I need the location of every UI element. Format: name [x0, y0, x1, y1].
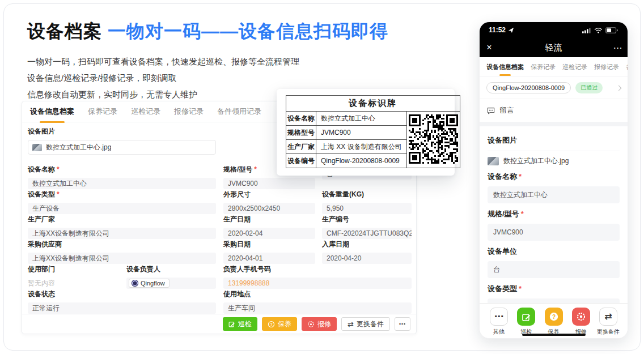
phone-tab-maintenance[interactable]: 保养记录 — [531, 63, 556, 71]
field-label-owner-phone: 负责人手机号码 — [223, 265, 412, 274]
close-icon[interactable]: × — [480, 42, 499, 53]
field-weight[interactable]: 5,950 — [322, 203, 412, 214]
question-icon: ? — [268, 321, 275, 328]
ellipsis-icon: ⋯ — [494, 312, 503, 321]
file-thumbnail-icon — [488, 157, 499, 165]
owner-chip[interactable]: Qingflow — [129, 279, 170, 288]
field-owner[interactable]: Qingflow — [126, 278, 216, 289]
app-title: 轻流 — [499, 42, 608, 53]
home-indicator — [522, 334, 586, 336]
comment-row[interactable]: 留言 — [480, 99, 628, 122]
record-id-pill[interactable]: QingFlow-20200808-0009 — [486, 82, 571, 93]
badge-label: 规格型号 — [286, 126, 316, 140]
field-supplier[interactable]: 上海XX设备制造有限公司 — [28, 253, 216, 264]
phone-tab-repair[interactable]: 报修记录 — [594, 63, 619, 71]
tab-maintenance-records[interactable]: 保养记录 — [88, 106, 117, 117]
panel-footer: 巡检 ? 保养 报修 ⇄ 更换备件 ⋯ — [22, 314, 416, 334]
tab-label: 报修记录 — [174, 107, 204, 116]
field-label-department: 使用部门 — [28, 265, 121, 274]
gear-icon — [307, 321, 315, 328]
field-purchase-date[interactable]: 2020-04-01 — [223, 253, 315, 264]
field-device-name[interactable]: 数控立式加工中心 — [28, 178, 216, 189]
phone-field-unit[interactable]: 台 — [488, 261, 620, 278]
action-other[interactable]: ⋯ 其他 — [486, 308, 511, 338]
field-manufacturer[interactable]: 上海XX设备制造有限公司 — [28, 228, 216, 239]
field-department-empty: 暂无内容 — [28, 278, 121, 289]
phone-photo-file[interactable]: 数控立式加工中心.jpg — [488, 156, 620, 166]
more-actions-button[interactable]: ⋯ — [395, 317, 410, 331]
field-storage-date[interactable]: 2020-04-20 — [322, 253, 412, 264]
badge-table: 设备标识牌 设备名称 数控立式加工中心 规格型号 JVMC900 生产厂家 上海… — [286, 95, 460, 168]
swap-parts-button[interactable]: ⇄ 更换备件 — [341, 317, 390, 331]
phone-field-model[interactable]: JVMC900 — [488, 224, 620, 241]
badge-value: JVMC900 — [316, 126, 407, 140]
tab-spare-parts-records[interactable]: 备件领用记录 — [217, 106, 261, 117]
file-name: 数控立式加工中心.jpg — [46, 143, 111, 152]
inspection-button[interactable]: 巡检 — [223, 317, 257, 331]
svg-text:?: ? — [270, 322, 272, 326]
badge-label: 生产厂家 — [286, 140, 316, 154]
field-owner-phone[interactable]: 13199998888 — [223, 278, 412, 289]
button-label: 保养 — [278, 319, 291, 329]
status-badge: 已通过 — [575, 82, 603, 93]
tab-device-info[interactable]: 设备信息档案 — [30, 106, 74, 117]
tab-label: 备件领用记录 — [217, 107, 261, 116]
tab-label: 巡检记录 — [131, 107, 160, 116]
page-title-black: 设备档案 — [27, 21, 102, 41]
field-label-dimensions: 外形尺寸 — [223, 190, 315, 199]
phone-field-device-name[interactable]: 数控立式加工中心 — [488, 186, 620, 203]
page-title-blue: 一物对一码——设备信息扫码即得 — [108, 21, 388, 41]
phone-tab-inspection[interactable]: 巡检记录 — [562, 63, 587, 71]
field-dimensions[interactable]: 2800x2500x2450 — [223, 203, 315, 214]
button-label: 更换备件 — [357, 319, 384, 329]
field-label-device-name: 设备名称* — [28, 165, 216, 174]
badge-value: 数控立式加工中心 — [316, 112, 407, 126]
phone-photo-label: 设备图片 — [488, 135, 620, 151]
required-mark: * — [519, 284, 522, 293]
question-icon: ? — [549, 312, 559, 322]
phone-field-label-unit: 设备单位 — [488, 246, 620, 257]
field-label-owner: 设备负责人 — [126, 265, 216, 274]
tab-inspection-records[interactable]: 巡检记录 — [131, 106, 160, 117]
gear-icon — [576, 312, 586, 322]
more-icon[interactable]: ⋯ — [608, 42, 628, 53]
field-label-location: 使用地点 — [223, 289, 412, 299]
action-swap-parts[interactable]: ⇄ 更换备件 — [596, 308, 621, 338]
device-photo-file[interactable]: 数控立式加工中心.jpg — [28, 140, 216, 155]
action-label: 更换备件 — [597, 328, 620, 336]
location-arrow-icon — [508, 27, 514, 33]
phone-tab-spare-parts[interactable]: 备件领用记录 — [626, 63, 628, 71]
field-device-status[interactable]: 正常运行 — [28, 302, 216, 314]
file-name: 数控立式加工中心.jpg — [503, 156, 569, 166]
repair-button[interactable]: 报修 — [302, 317, 337, 331]
field-label-manufacturer: 生产厂家 — [28, 215, 216, 224]
tab-label: 设备信息档案 — [30, 107, 74, 116]
record-row[interactable]: QingFlow-20200808-0009 已通过 — [480, 76, 628, 99]
phone-tab-bar: 设备信息档案 保养记录 巡检记录 报修记录 备件领用记录 — [480, 57, 628, 76]
field-device-type[interactable]: 生产设备 — [28, 203, 216, 214]
qingflow-avatar — [132, 280, 138, 287]
button-label: 报修 — [317, 319, 331, 329]
edit-icon — [228, 321, 235, 327]
swap-icon: ⇄ — [604, 312, 612, 321]
active-tab-underline — [499, 74, 511, 76]
field-production-date[interactable]: 2020-02-04 — [223, 228, 315, 239]
phone-action-bar: ⋯ 其他 巡检 ? 保养 报修 ⇄ 更换备件 — [480, 303, 628, 338]
qr-code — [409, 114, 458, 164]
chevron-right-icon — [616, 85, 622, 91]
field-model[interactable]: JVMC900 — [223, 178, 315, 189]
maintain-button[interactable]: ? 保养 — [262, 317, 297, 331]
field-location[interactable]: 生产车间 — [223, 302, 412, 314]
phone-field-label-model: 规格/型号* — [488, 209, 620, 219]
badge-label: 设备名称 — [286, 112, 316, 126]
field-production-no[interactable]: CMF-202024TJGTTU083Q223Q0 — [322, 228, 412, 239]
badge-label: 设备编号 — [286, 154, 316, 168]
phone-tab-device-info[interactable]: 设备信息档案 — [486, 63, 524, 71]
phone-nav-bar: × 轻流 ⋯ — [480, 38, 628, 57]
ellipsis-icon: ⋯ — [399, 320, 406, 328]
badge-value: QingFlow-20200808-0009 — [316, 154, 407, 168]
badge-value: 上海 XX 设备制造有限公司 — [316, 140, 407, 154]
page-title: 设备档案 一物对一码——设备信息扫码即得 — [27, 19, 458, 44]
tab-repair-records[interactable]: 报修记录 — [174, 106, 204, 117]
field-label-weight: 设备重量(KG) — [322, 190, 412, 199]
